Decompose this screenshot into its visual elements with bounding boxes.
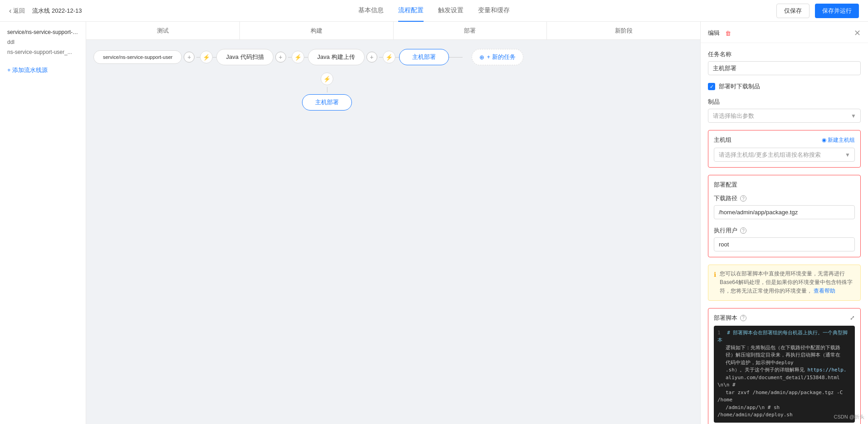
sidebar-source-1[interactable]: service/ns-service-support-user: [7, 27, 78, 37]
v-line: [327, 87, 327, 92]
checkbox-check-icon: ✓: [710, 84, 714, 90]
code-line-4: 代码中追护，如示例中deploy: [717, 359, 851, 367]
lightning-3[interactable]: ⚡: [383, 51, 395, 63]
tab-flow-config[interactable]: 流程配置: [398, 0, 424, 22]
deploy-script-header: 部署脚本 ? ⤢: [714, 314, 855, 322]
download-path-label: 下载路径 ?: [714, 194, 855, 202]
save-only-button[interactable]: 仅保存: [776, 4, 809, 18]
artifact-select[interactable]: 请选择输出参数: [708, 109, 861, 123]
left-sidebar: service/ns-service-support-user ddl ns-s…: [0, 22, 86, 424]
host-group-select[interactable]: 请选择主机组/更多主机组请按名称搜索: [714, 148, 855, 162]
source-segment: service/ns-service-support-user + ⚡: [93, 50, 216, 64]
add-source-label: + 添加流水线源: [7, 66, 48, 74]
build-node[interactable]: Java 构建上传: [308, 49, 365, 65]
stage-header-new: 新阶段: [547, 22, 700, 39]
download-artifact-checkbox[interactable]: ✓: [708, 83, 715, 90]
info-help-link[interactable]: 查看帮助: [814, 288, 835, 294]
deploy-branch: ⚡ 主机部署: [302, 72, 352, 111]
lightning-sub[interactable]: ⚡: [321, 72, 333, 85]
save-run-button[interactable]: 保存并运行: [815, 4, 859, 18]
deploy-script-section: 部署脚本 ? ⤢ 1 # 部署脚本会在部署组的每台机器上执行。一个典型脚本 逻辑…: [708, 308, 861, 424]
connector-5: [379, 57, 383, 58]
tab-trigger-settings[interactable]: 触发设置: [438, 0, 463, 22]
new-stage-segment: ⊕ + 新的任务: [472, 49, 523, 65]
execute-user-field: 执行用户 ?: [714, 226, 855, 251]
deploy-node-2[interactable]: 主机部署: [302, 94, 352, 111]
pipeline-title: 流水线 2022-12-13: [32, 7, 82, 15]
deploy-node-1[interactable]: 主机部署: [399, 49, 449, 65]
connector-2: [213, 57, 216, 58]
code-line-6: aliyun.com/document_detail/153848.html \…: [717, 374, 851, 389]
deploy-script-help-icon[interactable]: ?: [740, 315, 746, 321]
lightning-1[interactable]: ⚡: [200, 51, 213, 63]
download-path-help-icon[interactable]: ?: [740, 195, 746, 202]
host-group-label: 主机组: [714, 136, 731, 144]
panel-delete-icon[interactable]: 🗑: [725, 30, 731, 37]
add-after-source[interactable]: +: [184, 52, 195, 63]
pipeline-flow: service/ns-service-support-user + ⚡ Java…: [86, 40, 700, 120]
test-segment: Java 代码扫描 + ⚡: [216, 49, 307, 65]
main-layout: service/ns-service-support-user ddl ns-s…: [0, 22, 868, 424]
new-host-group-link[interactable]: ◉ 新建主机组: [822, 136, 855, 144]
deploy-config-label: 部署配置: [714, 181, 855, 189]
sidebar-sources: service/ns-service-support-user ddl ns-s…: [0, 22, 86, 63]
connector-1: [196, 57, 200, 58]
code-line-7: tar zxvf /home/admin/app/package.tgz -C …: [717, 389, 851, 404]
add-after-build[interactable]: +: [366, 52, 377, 63]
deploy-segment: 主机部署: [399, 49, 463, 65]
new-task-plus-icon: ⊕: [479, 54, 484, 61]
build-segment: Java 构建上传 + ⚡: [308, 49, 399, 65]
stage-header-test: 测试: [86, 22, 240, 39]
connector-7: [449, 57, 463, 58]
code-line-8: /admin/app/\n # sh /home/admin/app/deplo…: [717, 404, 851, 419]
add-after-test[interactable]: +: [275, 52, 286, 63]
add-source-button[interactable]: + 添加流水线源: [0, 63, 86, 78]
connector-6: [395, 57, 399, 58]
artifact-label: 制品: [708, 98, 861, 106]
execute-user-label: 执行用户 ?: [714, 226, 855, 235]
panel-header-left: 编辑 🗑: [708, 29, 731, 37]
artifact-select-wrapper: 请选择输出参数 ▼: [708, 109, 861, 123]
tab-variables-cache[interactable]: 变量和缓存: [478, 0, 510, 22]
host-group-select-wrapper: 请选择主机组/更多主机组请按名称搜索 ▼: [714, 148, 855, 162]
host-group-header: 主机组 ◉ 新建主机组: [714, 136, 855, 144]
task-name-input[interactable]: [708, 61, 861, 75]
deploy-script-header-left: 部署脚本 ?: [714, 314, 746, 322]
canvas-area: 测试 构建 部署 新阶段 service/ns-service-support-…: [86, 22, 700, 424]
source-node[interactable]: service/ns-service-support-user: [93, 50, 182, 64]
panel-header: 编辑 🗑 ✕: [701, 22, 868, 43]
deploy-script-label: 部署脚本: [714, 314, 737, 322]
download-artifact-label: 部署时下载制品: [719, 82, 760, 91]
connector-3: [288, 57, 292, 58]
sub-flow-row: ⚡ 主机部署: [93, 72, 693, 111]
download-artifact-row: ✓ 部署时下载制品: [708, 82, 861, 91]
tab-basic-info[interactable]: 基本信息: [358, 0, 384, 22]
right-panel: 编辑 🗑 ✕ 任务名称 ✓ 部署时下载制品 制品: [700, 22, 868, 424]
code-line-5: .sh）。关于这个例子的详细解释见 https://help.: [717, 366, 851, 374]
watermark: CSDN @折头: [834, 414, 864, 420]
sidebar-source-2[interactable]: ddl: [7, 37, 78, 47]
task-name-label: 任务名称: [708, 50, 861, 58]
deploy-config-section: 部署配置 下载路径 ? 执行用户 ?: [708, 175, 861, 257]
panel-edit-label: 编辑: [708, 29, 720, 37]
code-line-2: 逻辑如下：先将制品包（在下载路径中配置的下载路: [717, 344, 851, 352]
execute-user-help-icon[interactable]: ?: [740, 227, 746, 234]
info-icon: ℹ: [714, 270, 716, 296]
code-line-3: 径）解压缩到指定目录来，再执行启动脚本（通常在: [717, 352, 851, 359]
download-path-input[interactable]: [714, 205, 855, 219]
stage-header-deploy: 部署: [394, 22, 547, 39]
sidebar-source-3[interactable]: ns-service-support-user_...: [7, 47, 78, 57]
deploy-script-expand-icon[interactable]: ⤢: [850, 314, 855, 321]
stage-header-build: 构建: [240, 22, 394, 39]
execute-user-input[interactable]: [714, 237, 855, 251]
new-task-button[interactable]: ⊕ + 新的任务: [472, 49, 523, 65]
code-line-1: 1 # 部署脚本会在部署组的每台机器上执行。一个典型脚本: [717, 329, 851, 344]
back-button[interactable]: ‹ 返回: [9, 7, 25, 15]
code-editor[interactable]: 1 # 部署脚本会在部署组的每台机器上执行。一个典型脚本 逻辑如下：先将制品包（…: [714, 326, 855, 423]
download-path-field: 下载路径 ?: [714, 194, 855, 219]
panel-close-button[interactable]: ✕: [854, 28, 861, 38]
nav-tabs: 基本信息 流程配置 触发设置 变量和缓存: [358, 0, 510, 22]
lightning-2[interactable]: ⚡: [292, 51, 304, 63]
panel-body: 任务名称 ✓ 部署时下载制品 制品 请选择输出参数 ▼: [701, 43, 868, 424]
test-node[interactable]: Java 代码扫描: [216, 49, 273, 65]
